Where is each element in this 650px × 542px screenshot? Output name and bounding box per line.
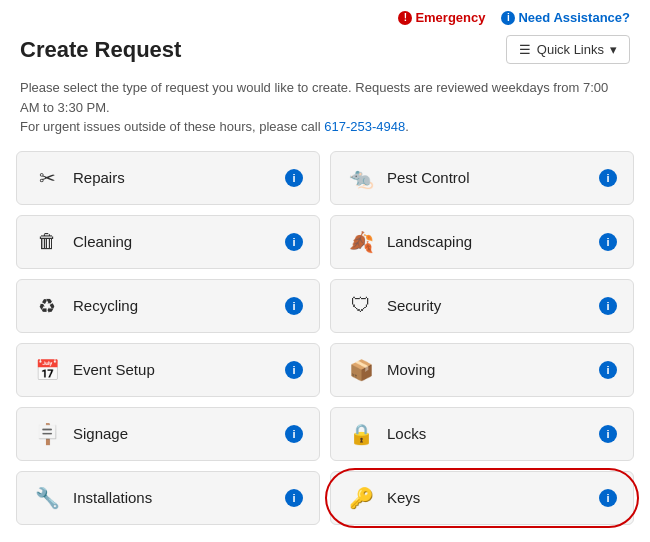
cleaning-label: Cleaning — [73, 233, 132, 250]
security-info-button[interactable]: i — [599, 297, 617, 315]
card-locks[interactable]: 🔒Locksi — [330, 407, 634, 461]
card-pest-control-left: 🐀Pest Control — [347, 166, 470, 190]
locks-icon: 🔒 — [347, 422, 375, 446]
card-cleaning-left: 🗑Cleaning — [33, 230, 132, 253]
installations-icon: 🔧 — [33, 486, 61, 510]
signage-label: Signage — [73, 425, 128, 442]
card-installations-left: 🔧Installations — [33, 486, 152, 510]
recycling-label: Recycling — [73, 297, 138, 314]
event-setup-icon: 📅 — [33, 358, 61, 382]
pest-control-label: Pest Control — [387, 169, 470, 186]
card-landscaping[interactable]: 🍂Landscapingi — [330, 215, 634, 269]
moving-label: Moving — [387, 361, 435, 378]
quick-links-button[interactable]: ☰ Quick Links ▾ — [506, 35, 630, 64]
card-security-left: 🛡Security — [347, 294, 441, 317]
card-recycling[interactable]: ♻Recyclingi — [16, 279, 320, 333]
recycling-icon: ♻ — [33, 294, 61, 318]
moving-icon: 📦 — [347, 358, 375, 382]
moving-info-button[interactable]: i — [599, 361, 617, 379]
emergency-link[interactable]: ! Emergency — [398, 10, 485, 25]
card-installations[interactable]: 🔧Installationsi — [16, 471, 320, 525]
phone-link[interactable]: 617-253-4948 — [324, 119, 405, 134]
card-repairs[interactable]: ✂Repairsi — [16, 151, 320, 205]
card-recycling-left: ♻Recycling — [33, 294, 138, 318]
service-grid: ✂Repairsi🐀Pest Controli🗑Cleaningi🍂Landsc… — [0, 151, 650, 541]
assistance-link[interactable]: i Need Assistance? — [501, 10, 630, 25]
recycling-info-button[interactable]: i — [285, 297, 303, 315]
cleaning-info-button[interactable]: i — [285, 233, 303, 251]
event-setup-info-button[interactable]: i — [285, 361, 303, 379]
card-keys[interactable]: 🔑Keysi — [330, 471, 634, 525]
card-moving[interactable]: 📦Movingi — [330, 343, 634, 397]
repairs-label: Repairs — [73, 169, 125, 186]
card-event-setup-left: 📅Event Setup — [33, 358, 155, 382]
card-cleaning[interactable]: 🗑Cleaningi — [16, 215, 320, 269]
card-moving-left: 📦Moving — [347, 358, 435, 382]
keys-info-button[interactable]: i — [599, 489, 617, 507]
page-title: Create Request — [20, 37, 181, 63]
quick-links-label: Quick Links — [537, 42, 604, 57]
card-signage[interactable]: 🪧Signagei — [16, 407, 320, 461]
keys-label: Keys — [387, 489, 420, 506]
pest-control-icon: 🐀 — [347, 166, 375, 190]
repairs-info-button[interactable]: i — [285, 169, 303, 187]
card-pest-control[interactable]: 🐀Pest Controli — [330, 151, 634, 205]
card-event-setup[interactable]: 📅Event Setupi — [16, 343, 320, 397]
assistance-label: Need Assistance? — [518, 10, 630, 25]
card-keys-left: 🔑Keys — [347, 486, 420, 510]
card-landscaping-left: 🍂Landscaping — [347, 230, 472, 254]
assistance-icon: i — [501, 11, 515, 25]
emergency-icon: ! — [398, 11, 412, 25]
card-signage-left: 🪧Signage — [33, 422, 128, 446]
security-icon: 🛡 — [347, 294, 375, 317]
card-locks-left: 🔒Locks — [347, 422, 426, 446]
card-security[interactable]: 🛡Securityi — [330, 279, 634, 333]
signage-info-button[interactable]: i — [285, 425, 303, 443]
locks-info-button[interactable]: i — [599, 425, 617, 443]
event-setup-label: Event Setup — [73, 361, 155, 378]
repairs-icon: ✂ — [33, 166, 61, 190]
list-icon: ☰ — [519, 42, 531, 57]
landscaping-icon: 🍂 — [347, 230, 375, 254]
landscaping-label: Landscaping — [387, 233, 472, 250]
locks-label: Locks — [387, 425, 426, 442]
security-label: Security — [387, 297, 441, 314]
signage-icon: 🪧 — [33, 422, 61, 446]
installations-label: Installations — [73, 489, 152, 506]
pest-control-info-button[interactable]: i — [599, 169, 617, 187]
installations-info-button[interactable]: i — [285, 489, 303, 507]
emergency-label: Emergency — [415, 10, 485, 25]
landscaping-info-button[interactable]: i — [599, 233, 617, 251]
chevron-down-icon: ▾ — [610, 42, 617, 57]
cleaning-icon: 🗑 — [33, 230, 61, 253]
card-repairs-left: ✂Repairs — [33, 166, 125, 190]
keys-icon: 🔑 — [347, 486, 375, 510]
description-text: Please select the type of request you wo… — [0, 74, 650, 151]
